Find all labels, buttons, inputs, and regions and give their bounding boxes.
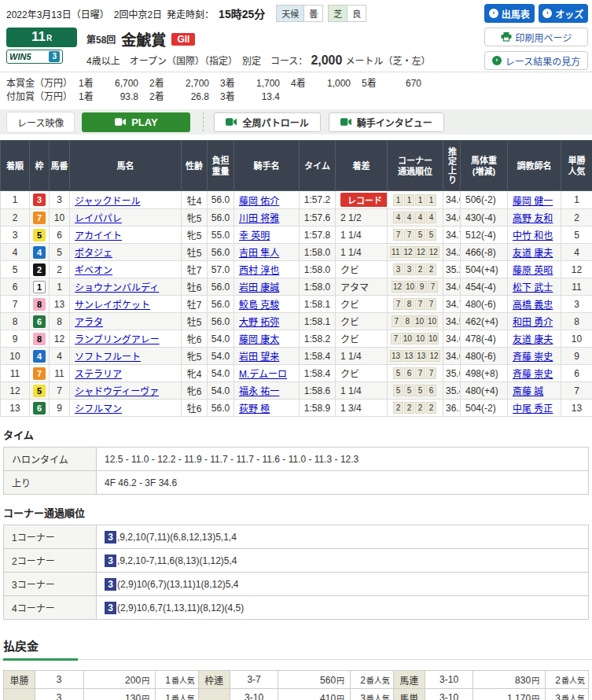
corner-pos: 7 [391, 333, 401, 344]
horse-weight: 480(+4) [461, 382, 508, 400]
frame-badge: 8 [33, 333, 46, 345]
chevron-circle-icon: › [489, 9, 498, 18]
bet-amount: 200円 [83, 671, 156, 689]
video-strip: レース映像 PLAY 全周パトロール 騎手インタビュー [0, 109, 592, 134]
trainer-cell: 友道 康夫 [508, 330, 561, 348]
carried-weight: 56.0 [208, 313, 234, 330]
win-popularity: 10 [561, 330, 592, 348]
entry-table-button[interactable]: › 出馬表 [484, 4, 535, 23]
corner-pos: 4 [415, 212, 425, 223]
corner-pos: 10 [404, 281, 416, 293]
jockey-cell: 岩田 望来 [234, 348, 300, 365]
trainer-link[interactable]: 友道 康夫 [513, 334, 553, 345]
trainer-link[interactable]: 和田 勇介 [513, 317, 553, 328]
race-round: 第58回 [86, 32, 116, 46]
trainer-cell: 松下 武士 [508, 278, 561, 296]
corner-pos: 6 [404, 367, 414, 379]
horse-link[interactable]: サンレイポケット [75, 300, 150, 311]
jockey-link[interactable]: 藤岡 康太 [239, 334, 279, 345]
result-row: 3 5 6 アカイイト 牝5 55.0 幸 英明 1:57.8 1 1/4 77… [1, 227, 592, 244]
jockey-cell: 幸 英明 [234, 227, 300, 244]
trainer-link[interactable]: 友道 康夫 [513, 248, 553, 259]
sex-age: 牝5 [182, 209, 208, 227]
jockey-link[interactable]: M.デムーロ [239, 369, 287, 380]
last3f: 34.7 [443, 227, 461, 244]
jockey-link[interactable]: 荻野 極 [239, 403, 270, 414]
horse-link[interactable]: シャドウディーヴァ [75, 386, 159, 397]
time-cell: 1:58.0 [300, 244, 336, 261]
trainer-link[interactable]: 斎藤 誠 [513, 386, 543, 397]
horse-link[interactable]: ギベオン [75, 265, 112, 276]
jockey-link[interactable]: 幸 英明 [239, 230, 270, 241]
trainer-link[interactable]: 高野 友和 [513, 213, 553, 224]
horse-weight: 498(+8) [461, 365, 508, 382]
horse-link[interactable]: アカイイト [75, 230, 122, 241]
trainer-link[interactable]: 斉藤 崇史 [513, 352, 553, 363]
horse-name-cell: アラタ [70, 313, 182, 330]
frame-badge: 8 [33, 298, 46, 311]
trainer-link[interactable]: 中竹 和也 [513, 230, 553, 241]
horse-link[interactable]: レイパパレ [75, 213, 122, 224]
trainer-link[interactable]: 斉藤 崇史 [513, 369, 553, 380]
corner-pos: 2 [393, 402, 403, 414]
corner-pos: 9 [417, 281, 427, 293]
corner-order: 3(2,9)10,6,7(1,13,11)(8,12)(4,5) [97, 596, 589, 620]
corner-pos: 1 [404, 194, 414, 206]
trainer-link[interactable]: 高橋 義忠 [513, 300, 553, 311]
time-cell: 1:58.2 [300, 330, 336, 348]
corner-passage: 1111 [388, 191, 443, 209]
win-popularity: 11 [561, 278, 592, 296]
bet-numbers: 3-10 [425, 671, 473, 689]
jockey-link[interactable]: 大野 拓弥 [239, 317, 279, 328]
results-guide-button[interactable]: › レース結果の見方 [484, 51, 588, 70]
frame-cell: 1 [30, 278, 50, 296]
bet-type-bracket: 枠連 [198, 671, 230, 689]
horse-link[interactable]: アラタ [75, 317, 103, 328]
furlong-label: ハロンタイム [4, 448, 97, 471]
corner-pos: 1 [415, 194, 425, 206]
trainer-cell: 高野 友和 [508, 209, 561, 227]
corner-passage: 4444 [388, 209, 443, 227]
jockey-link[interactable]: 西村 淳也 [239, 265, 279, 276]
odds-button[interactable]: › オッズ [539, 4, 589, 23]
corner-pos: 10 [414, 315, 425, 327]
horse-link[interactable]: ショウナンバルディ [75, 282, 159, 293]
horse-link[interactable]: ジャックドール [75, 196, 140, 207]
time-cell: 1:58.4 [300, 348, 336, 365]
win-popularity: 8 [561, 313, 592, 330]
jockey-link[interactable]: 藤岡 佑介 [239, 196, 279, 207]
horse-link[interactable]: ポタジェ [75, 248, 112, 259]
result-row: 6 1 1 ショウナンバルディ 牡6 56.0 岩田 康誠 1:58.0 アタマ… [1, 278, 592, 296]
patrol-video-button[interactable]: 全周パトロール [214, 112, 320, 132]
entry-table-label: 出馬表 [502, 7, 530, 20]
trainer-link[interactable]: 中尾 秀正 [513, 403, 553, 414]
play-button[interactable]: PLAY [82, 112, 190, 132]
win-popularity: 9 [561, 348, 592, 365]
trainer-link[interactable]: 松下 武士 [513, 282, 553, 293]
jockey-link[interactable]: 川田 将雅 [239, 213, 279, 224]
corner-pos: 8 [404, 298, 414, 310]
corner-pos: 12 [392, 281, 403, 293]
trainer-link[interactable]: 藤原 英昭 [513, 265, 553, 276]
carried-weight: 57.0 [208, 261, 234, 278]
prize-amount: 93.8 [102, 90, 138, 104]
corner-pos: 8 [403, 315, 413, 327]
horse-link[interactable]: ステラリア [75, 369, 122, 380]
horse-link[interactable]: ソフトフルート [75, 352, 141, 363]
bet-popularity: 1番人気 [156, 689, 199, 700]
jockey-link[interactable]: 岩田 望来 [239, 352, 279, 363]
col-horse-weight: 馬体重 (増減) [461, 141, 508, 191]
corner-pos: 5 [404, 385, 414, 396]
jockey-link[interactable]: 鮫島 克駿 [239, 300, 279, 311]
sex-age: 牝5 [182, 227, 208, 244]
horse-link[interactable]: シフルマン [75, 403, 122, 414]
jockey-interview-button[interactable]: 騎手インタビュー [329, 112, 444, 132]
horse-name-cell: シフルマン [70, 400, 182, 417]
trainer-link[interactable]: 藤岡 健一 [513, 196, 553, 207]
jockey-link[interactable]: 岩田 康誠 [239, 282, 279, 293]
print-page-button[interactable]: 印刷用ページ [484, 28, 588, 46]
horse-link[interactable]: ランブリングアレー [75, 334, 160, 345]
corner-pos: 13 [415, 350, 427, 362]
jockey-link[interactable]: 福永 祐一 [239, 386, 279, 397]
jockey-link[interactable]: 吉田 隼人 [239, 248, 279, 259]
